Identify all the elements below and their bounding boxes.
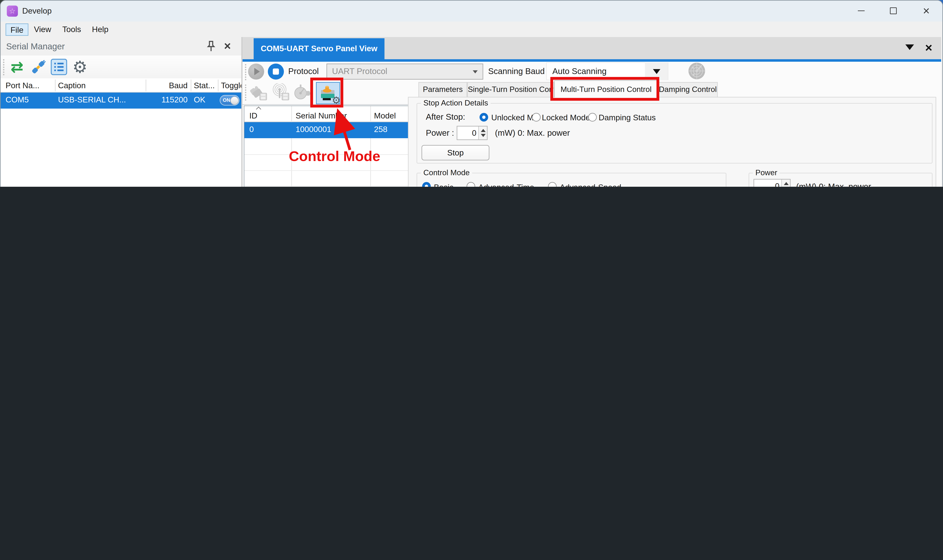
pin-icon[interactable] bbox=[207, 41, 215, 54]
servo-id: 0 bbox=[249, 125, 254, 134]
toolbar-drag-handle[interactable] bbox=[245, 64, 246, 80]
radio-locked-mode[interactable] bbox=[532, 113, 541, 122]
serial-manager-header: Serial Manager × bbox=[1, 37, 241, 55]
col-port-name[interactable]: Port Na... bbox=[6, 81, 40, 90]
col-caption[interactable]: Caption bbox=[58, 81, 86, 90]
divider bbox=[291, 106, 292, 187]
servo-model: 258 bbox=[374, 125, 388, 134]
toolbar-drag-handle[interactable] bbox=[245, 85, 246, 100]
spin-down-icon bbox=[480, 134, 486, 137]
close-button[interactable]: × bbox=[913, 1, 940, 21]
settings-gear-icon[interactable]: ⚙ bbox=[71, 58, 89, 76]
servo-serial: 10000001 bbox=[295, 125, 331, 134]
port-toggle-switch[interactable]: ON bbox=[220, 95, 240, 106]
after-stop-label: After Stop: bbox=[426, 112, 465, 122]
minimize-button[interactable] bbox=[848, 1, 874, 21]
group-title: Power bbox=[753, 168, 780, 177]
servo-row-0[interactable]: 0 10000001 258 bbox=[245, 122, 408, 138]
radio-damping-label[interactable]: Damping Status bbox=[598, 113, 656, 122]
divider bbox=[218, 80, 218, 91]
port-baud: 115200 bbox=[146, 95, 188, 104]
close-icon: × bbox=[923, 5, 930, 17]
tab-multi-turn[interactable]: Multi-Turn Position Control bbox=[554, 80, 658, 97]
power-value[interactable]: 0 bbox=[457, 126, 478, 140]
accent-strip bbox=[243, 59, 941, 62]
encoder-plug-icon bbox=[293, 83, 314, 104]
protocol-value: UART Protocol bbox=[332, 67, 388, 76]
port-list-icon[interactable] bbox=[50, 58, 68, 76]
group-title: Control Mode bbox=[421, 168, 472, 177]
toggle-knob bbox=[230, 96, 238, 105]
tabstrip-dropdown-icon[interactable] bbox=[905, 45, 914, 50]
radio-unlocked-label[interactable]: Unlocked Mo bbox=[491, 113, 538, 122]
application-window: ☆ Develop × File View Tools Help Serial … bbox=[0, 0, 943, 187]
tab-damping[interactable]: Damping Control bbox=[658, 82, 718, 97]
protocol-select[interactable]: UART Protocol bbox=[326, 63, 483, 80]
serial-manager-title: Serial Manager bbox=[6, 42, 65, 51]
divider bbox=[146, 80, 146, 91]
chevron-down-icon bbox=[653, 69, 660, 74]
servo-col-model[interactable]: Model bbox=[374, 111, 396, 120]
port-row-com5[interactable]: COM5 USB-SERIAL CH... 115200 OK ON bbox=[1, 92, 241, 109]
divider bbox=[191, 80, 191, 91]
maximize-button[interactable] bbox=[880, 1, 907, 21]
port-table-header: Port Na... Caption Baud Stat... Toggle bbox=[1, 78, 241, 92]
spin-arrows[interactable] bbox=[781, 180, 790, 187]
dock-close-icon[interactable]: × bbox=[224, 40, 231, 53]
tab-parameters[interactable]: Parameters bbox=[418, 82, 467, 97]
grid-line bbox=[245, 154, 408, 155]
power-label: Power : bbox=[426, 128, 454, 138]
power-spinbox[interactable]: 0 bbox=[457, 126, 488, 140]
radio-locked-label[interactable]: Locked Mode bbox=[542, 113, 590, 122]
col-baud[interactable]: Baud bbox=[146, 81, 188, 90]
panel-close-icon[interactable]: × bbox=[925, 42, 932, 54]
port-status: OK bbox=[194, 95, 205, 104]
save-tags-icon bbox=[250, 83, 268, 104]
play-button[interactable] bbox=[248, 63, 264, 80]
stop-action-stop-button[interactable]: Stop bbox=[422, 145, 489, 160]
menu-file[interactable]: File bbox=[6, 23, 28, 36]
radio-basic-label[interactable]: Basic bbox=[434, 183, 454, 187]
menu-view[interactable]: View bbox=[30, 23, 55, 36]
save-signal-icon bbox=[272, 83, 291, 104]
toolbar-drag-handle[interactable] bbox=[3, 59, 4, 75]
menu-help[interactable]: Help bbox=[88, 23, 113, 36]
spin-up-icon bbox=[480, 129, 486, 132]
tab-single-turn[interactable]: Single-Turn Position Contro bbox=[467, 82, 554, 97]
menu-tools[interactable]: Tools bbox=[58, 23, 85, 36]
doc-tab-servo-panel[interactable]: COM5-UART Servo Panel View bbox=[254, 38, 385, 59]
maximize-icon bbox=[890, 8, 897, 14]
protocol-label: Protocol bbox=[288, 67, 319, 76]
stop-scan-button[interactable] bbox=[268, 63, 284, 80]
power-group-unit: (mW) 0: Max. power bbox=[796, 182, 871, 187]
scan-radar-icon[interactable] bbox=[688, 62, 705, 82]
gear-icon: ⚙ bbox=[332, 95, 341, 106]
port-table: Port Na... Caption Baud Stat... Toggle C… bbox=[1, 78, 241, 187]
port-caption: USB-SERIAL CH... bbox=[58, 95, 126, 104]
grid-line bbox=[245, 186, 408, 187]
power-group-spinbox[interactable]: 0 bbox=[754, 179, 791, 187]
col-status[interactable]: Stat... bbox=[194, 81, 215, 90]
radio-advanced-time-label[interactable]: Advanced-Time bbox=[478, 183, 534, 187]
baud-value: Auto Scanning bbox=[552, 67, 606, 76]
refresh-ports-icon[interactable]: ⇄ bbox=[8, 58, 26, 76]
divider bbox=[243, 104, 408, 105]
spin-arrows[interactable] bbox=[478, 126, 487, 140]
baud-select-arrow[interactable] bbox=[645, 62, 668, 80]
power-unit: (mW) 0: Max. power bbox=[495, 128, 570, 138]
connect-icon[interactable] bbox=[29, 58, 47, 76]
col-toggle[interactable]: Toggle bbox=[221, 81, 245, 90]
title-bar: ☆ Develop × bbox=[1, 1, 942, 22]
radio-damping-status[interactable] bbox=[588, 113, 597, 122]
servo-col-serial[interactable]: Serial Number bbox=[295, 111, 347, 120]
chevron-down-icon bbox=[473, 70, 478, 74]
stop-icon bbox=[273, 68, 279, 75]
control-mode-button[interactable]: ⚙ bbox=[316, 82, 340, 104]
radio-unlocked-mode[interactable] bbox=[480, 113, 488, 122]
play-icon bbox=[254, 68, 260, 75]
power-group-value[interactable]: 0 bbox=[754, 180, 781, 187]
panel-toolbar: Protocol UART Protocol Scanning Baud Aut… bbox=[243, 62, 941, 82]
radio-advanced-speed-label[interactable]: Advanced-Speed bbox=[560, 183, 621, 187]
servo-col-id[interactable]: ID bbox=[249, 111, 257, 120]
divider bbox=[55, 80, 55, 91]
